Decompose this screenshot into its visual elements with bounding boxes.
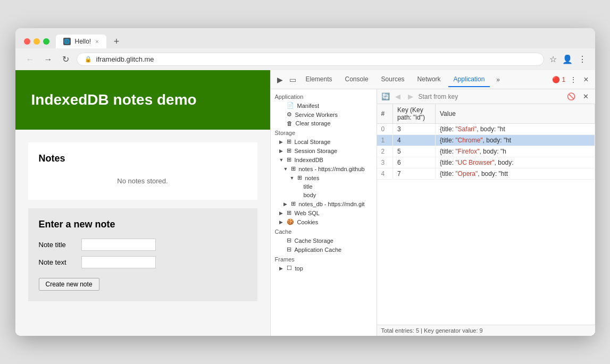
- cell-index: 0: [377, 124, 393, 135]
- webpage-header: IndexedDB notes demo: [15, 70, 270, 130]
- menu-button[interactable]: ⋮: [578, 54, 587, 64]
- sidebar-item-top-frame[interactable]: ▶ ☐ top: [271, 264, 377, 273]
- storage-section-label: Storage: [271, 128, 377, 137]
- indexeddb-table: # Key (Key path: "id") Value 03{title: "…: [377, 104, 595, 325]
- back-button[interactable]: ←: [24, 54, 37, 65]
- cookies-label: Cookies: [297, 219, 319, 225]
- sidebar-item-title-field[interactable]: title: [271, 182, 377, 191]
- notes-section: Notes No notes stored.: [28, 142, 257, 200]
- sidebar-item-notes-db2[interactable]: ▶ ⊞ notes_db - https://mdn.git: [271, 199, 377, 208]
- sidebar-item-service-workers[interactable]: ⚙ Service Workers: [271, 110, 377, 119]
- service-workers-icon: ⚙: [287, 111, 292, 118]
- note-text-input[interactable]: [81, 256, 156, 268]
- tab-title: Hello!: [75, 38, 91, 45]
- devtools-body: Application 📄 Manifest ⚙ Service Workers…: [271, 89, 595, 336]
- title-field-label: title: [304, 183, 313, 190]
- next-key-button[interactable]: ▶: [406, 91, 415, 101]
- sidebar-item-cache-storage[interactable]: ⊟ Cache Storage: [271, 236, 377, 245]
- manifest-icon: 📄: [287, 102, 294, 109]
- application-cache-icon: ⊟: [287, 246, 291, 253]
- webpage-body: Notes No notes stored. Enter a new note …: [15, 130, 270, 314]
- web-sql-label: Web SQL: [295, 210, 320, 216]
- application-cache-label: Application Cache: [295, 247, 342, 253]
- devtools-sidebar: Application 📄 Manifest ⚙ Service Workers…: [271, 89, 377, 336]
- forward-button[interactable]: →: [42, 54, 55, 65]
- sidebar-item-notes-store[interactable]: ▼ ⊞ notes: [271, 173, 377, 182]
- refresh-button[interactable]: 🔄: [381, 92, 390, 100]
- table-row[interactable]: 25{title: "Firefox", body: "h: [377, 146, 595, 157]
- sidebar-item-local-storage[interactable]: ▶ ⊞ Local Storage: [271, 137, 377, 146]
- clear-start-key-button[interactable]: 🚫: [565, 91, 578, 101]
- nav-bar: ← → ↻ 🔒 iframeidb.glitch.me ☆ 👤 ⋮: [15, 48, 595, 70]
- sidebar-item-clear-storage[interactable]: 🗑 Clear storage: [271, 119, 377, 128]
- notes-store-icon: ⊞: [297, 174, 302, 181]
- devtools-toolbar: ▶ ▭ Elements Console Sources Network App…: [271, 70, 595, 89]
- close-window-button[interactable]: [24, 38, 30, 45]
- arrow-icon: ▼: [283, 166, 288, 172]
- close-devtools-button[interactable]: ×: [581, 73, 590, 87]
- session-storage-label: Session Storage: [295, 148, 338, 154]
- notes-heading: Notes: [39, 153, 247, 164]
- no-notes-text: No notes stored.: [39, 173, 247, 189]
- table-row[interactable]: 47{title: "Opera", body: "htt: [377, 168, 595, 180]
- cell-value: {title: "Safari", body: "ht: [436, 124, 595, 135]
- profile-button[interactable]: 👤: [562, 54, 573, 64]
- arrow-icon: ▶: [279, 219, 283, 225]
- sidebar-item-manifest[interactable]: 📄 Manifest: [271, 101, 377, 110]
- web-sql-icon: ⊞: [287, 209, 291, 216]
- reload-button[interactable]: ↻: [60, 53, 71, 65]
- cell-index: 3: [377, 157, 393, 168]
- tab-close-button[interactable]: ×: [95, 38, 98, 45]
- sidebar-item-notes-db[interactable]: ▼ ⊞ notes - https://mdn.github: [271, 164, 377, 173]
- bookmark-button[interactable]: ☆: [549, 54, 557, 64]
- tab-favicon: 🌐: [63, 38, 71, 45]
- address-text[interactable]: iframeidb.glitch.me: [96, 55, 536, 63]
- tab-network[interactable]: Network: [412, 72, 446, 87]
- col-value-header: Value: [436, 104, 595, 124]
- sidebar-item-cookies[interactable]: ▶ 🍪 Cookies: [271, 217, 377, 226]
- device-toolbar-button[interactable]: ▭: [287, 73, 298, 86]
- new-tab-button[interactable]: +: [111, 35, 123, 48]
- start-from-key-input[interactable]: [419, 93, 562, 100]
- cache-storage-label: Cache Storage: [295, 238, 333, 244]
- tab-console[interactable]: Console: [340, 72, 374, 87]
- tabs-bar: 🌐 Hello! × +: [56, 35, 587, 48]
- body-field-label: body: [304, 192, 316, 198]
- table-row[interactable]: 36{title: "UC Browser", body:: [377, 157, 595, 168]
- tab-sources[interactable]: Sources: [376, 72, 410, 87]
- sidebar-item-indexeddb[interactable]: ▼ ⊞ IndexedDB: [271, 155, 377, 164]
- note-title-label: Note title: [39, 241, 76, 249]
- sidebar-item-application-cache[interactable]: ⊟ Application Cache: [271, 245, 377, 254]
- browser-tab[interactable]: 🌐 Hello! ×: [56, 35, 106, 48]
- fullscreen-window-button[interactable]: [43, 38, 49, 45]
- inspect-element-button[interactable]: ▶: [275, 73, 285, 86]
- arrow-icon: ▶: [283, 201, 288, 207]
- cell-index: 4: [377, 168, 393, 180]
- address-bar: 🔒 iframeidb.glitch.me: [77, 53, 544, 66]
- table-row[interactable]: 03{title: "Safari", body: "ht: [377, 124, 595, 135]
- local-storage-label: Local Storage: [295, 139, 331, 145]
- tab-elements[interactable]: Elements: [300, 72, 338, 87]
- new-note-heading: Enter a new note: [39, 219, 247, 230]
- table-row[interactable]: 14{title: "Chrome", body: "ht: [377, 135, 595, 146]
- delete-key-button[interactable]: ✕: [581, 91, 591, 101]
- nav-actions: ☆ 👤 ⋮: [549, 54, 587, 64]
- new-note-section: Enter a new note Note title Note text Cr…: [28, 208, 257, 301]
- sidebar-item-body-field[interactable]: body: [271, 191, 377, 199]
- settings-button[interactable]: ⋮: [567, 73, 579, 86]
- notes-db-icon: ⊞: [291, 165, 296, 172]
- arrow-icon: ▶: [279, 210, 283, 216]
- tab-application[interactable]: Application: [448, 72, 490, 87]
- indexeddb-label: IndexedDB: [295, 157, 323, 163]
- cell-value: {title: "Opera", body: "htt: [436, 168, 595, 180]
- minimize-window-button[interactable]: [34, 38, 40, 45]
- more-tabs-button[interactable]: »: [492, 74, 504, 86]
- note-title-row: Note title: [39, 239, 247, 251]
- sidebar-item-web-sql[interactable]: ▶ ⊞ Web SQL: [271, 208, 377, 217]
- prev-key-button[interactable]: ◀: [393, 91, 403, 101]
- sidebar-item-session-storage[interactable]: ▶ ⊞ Session Storage: [271, 146, 377, 155]
- create-note-button[interactable]: Create new note: [39, 278, 99, 291]
- cell-key: 4: [393, 135, 436, 146]
- notes-db2-icon: ⊞: [291, 200, 296, 207]
- note-title-input[interactable]: [81, 239, 156, 251]
